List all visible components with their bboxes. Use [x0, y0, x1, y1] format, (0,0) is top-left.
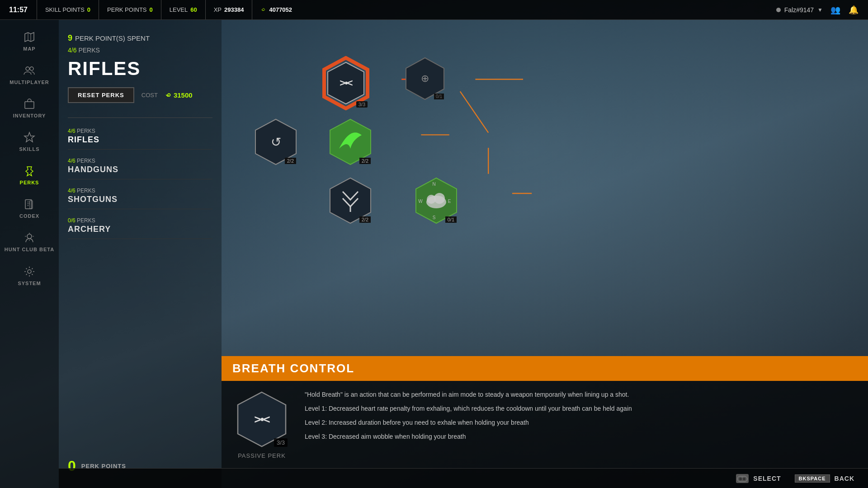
handguns-perks-count: 4/6 PERKS: [68, 158, 212, 164]
sub-cat-handguns[interactable]: 4/6 PERKS HANDGUNS: [68, 153, 212, 179]
info-level3: Level 3: Decreased aim wobble when holdi…: [305, 432, 857, 441]
inventory-icon: [23, 98, 36, 110]
info-body: >•< 3/3 PASSIVE PERK "Hold Breath" is an…: [222, 381, 868, 468]
perks-label: PERKS: [20, 180, 39, 185]
svg-rect-5: [30, 201, 33, 209]
sidebar-item-codex[interactable]: CODEX: [0, 192, 59, 225]
sidebar-item-inventory[interactable]: INVENTORY: [0, 91, 59, 125]
online-status-icon: [776, 8, 781, 12]
info-icon-wrap: >•< 3/3 PASSIVE PERK: [232, 390, 291, 459]
svg-point-6: [27, 234, 32, 239]
info-panel: BREATH CONTROL >•< 3/3 PASSIVE PERK "Hol…: [222, 356, 868, 468]
sidebar-item-hunt-club-beta[interactable]: HUNT CLUB BETA: [0, 225, 59, 259]
sub-cat-shotguns[interactable]: 4/6 PERKS SHOTGUNS: [68, 183, 212, 209]
steadying-badge: 2/2: [359, 216, 371, 223]
sub-cat-archery[interactable]: 0/6 PERKS ARCHERY: [68, 213, 212, 239]
multiplayer-icon: [23, 64, 36, 77]
perk-points-spent-row: 9 PERK POINT(S) SPENT: [68, 33, 212, 43]
perk-points-val: 0: [150, 6, 153, 13]
cost-icon: ꩜: [165, 91, 172, 99]
select-action: SELECT: [736, 474, 781, 483]
sidebar-item-system[interactable]: SYSTEM: [0, 259, 59, 292]
perks-label: PERKS: [78, 47, 99, 54]
node-weather[interactable]: N S W E 0/1: [411, 176, 461, 225]
right-panel: >•< 3/3 ⊕ 0/1: [222, 20, 868, 488]
codex-icon: [23, 198, 36, 211]
reload-badge: 2/2: [285, 158, 296, 164]
sidebar-item-perks[interactable]: PERKS: [0, 158, 59, 192]
sub-cat-rifles[interactable]: 4/6 PERKS RIFLES: [68, 123, 212, 150]
archery-perks-count: 0/6 PERKS: [68, 217, 212, 224]
cost-label: COST: [142, 92, 158, 99]
perk-points-label: PERK POINTS: [107, 6, 146, 13]
handguns-name: HANDGUNS: [68, 165, 212, 174]
svg-text:E: E: [448, 199, 451, 204]
xp-label: XP: [214, 6, 222, 13]
info-hex: >•< 3/3: [232, 390, 291, 449]
sidebar-item-multiplayer[interactable]: MULTIPLAYER: [0, 58, 59, 91]
info-title: BREATH CONTROL: [232, 361, 857, 375]
svg-point-29: [434, 193, 445, 204]
svg-text:W: W: [418, 199, 423, 204]
skills-label: SKILLS: [19, 146, 39, 152]
hunt-club-icon: [23, 231, 36, 244]
node-steadying[interactable]: 2/2: [326, 176, 375, 225]
perks-icon: [23, 164, 36, 177]
username: Falz#9147: [784, 6, 814, 14]
archery-name: ARCHERY: [68, 225, 212, 234]
svg-line-11: [460, 91, 488, 132]
cost-amount: 31500: [174, 91, 193, 99]
info-level2: Level 2: Increased duration before you n…: [305, 418, 857, 427]
skill-points-label: SKILL POINTS: [45, 6, 85, 13]
category-title: RIFLES: [68, 59, 212, 78]
cost-val: ꩜ 31500: [165, 91, 193, 99]
info-text: "Hold Breath" is an action that can be p…: [305, 390, 857, 441]
svg-marker-3: [24, 132, 34, 142]
node-reload[interactable]: ↺ 2/2: [251, 117, 301, 167]
svg-point-32: [739, 478, 742, 480]
back-action: BKSPACE BACK: [795, 474, 854, 483]
codex-label: CODEX: [19, 213, 39, 219]
select-label: SELECT: [753, 475, 781, 482]
multiplayer-label: MULTIPLAYER: [9, 80, 49, 85]
user-profile[interactable]: Falz#9147 ▼: [776, 6, 823, 14]
notifications-icon[interactable]: 🔔: [848, 5, 859, 15]
svg-text:N: N: [432, 182, 435, 187]
left-panel: 9 PERK POINT(S) SPENT 4/6 PERKS RIFLES R…: [59, 20, 222, 488]
main-content: 9 PERK POINT(S) SPENT 4/6 PERKS RIFLES R…: [59, 20, 868, 488]
friends-icon[interactable]: 👥: [830, 5, 841, 15]
svg-rect-4: [25, 200, 32, 209]
sidebar-item-map[interactable]: MAP: [0, 24, 59, 58]
info-description: "Hold Breath" is an action that can be p…: [305, 390, 857, 399]
node-breath-control[interactable]: >•< 3/3: [319, 56, 373, 110]
currency-icon: ꩜: [260, 6, 266, 13]
perk-points-spent-label: PERK POINT(S) SPENT: [75, 34, 150, 42]
reset-perks-button[interactable]: RESET PERKS: [68, 87, 134, 103]
info-title-bar: BREATH CONTROL: [222, 356, 868, 381]
svg-point-7: [28, 270, 31, 273]
node-scope[interactable]: ⊕ 0/1: [402, 56, 448, 101]
sidebar-item-skills[interactable]: SKILLS: [0, 125, 59, 158]
inventory-label: INVENTORY: [13, 113, 46, 118]
back-label: BACK: [835, 475, 854, 482]
svg-rect-2: [25, 102, 34, 108]
shotguns-perks-count: 4/6 PERKS: [68, 188, 212, 194]
wind-badge: 2/2: [359, 158, 371, 164]
perk-points-stat: PERK POINTS 0: [99, 0, 161, 19]
skill-points-val: 0: [87, 6, 90, 13]
svg-rect-34: [741, 477, 743, 478]
scope-icon: ⊕: [421, 73, 429, 84]
connector-lines: [222, 20, 868, 237]
back-key: BKSPACE: [795, 474, 830, 483]
svg-text:S: S: [433, 215, 436, 220]
topbar-right: Falz#9147 ▼ 👥 🔔: [776, 5, 868, 15]
node-wind[interactable]: 2/2: [326, 117, 375, 167]
map-label: MAP: [23, 46, 35, 52]
reset-btn-row: RESET PERKS COST ꩜ 31500: [68, 87, 212, 103]
hunt-club-beta-label: HUNT CLUB BETA: [5, 247, 54, 253]
reload-icon: ↺: [271, 135, 281, 150]
passive-perk-label: PASSIVE PERK: [238, 452, 286, 459]
svg-point-0: [26, 67, 29, 70]
rifles-name: RIFLES: [68, 135, 212, 145]
sidebar: MAP MULTIPLAYER INVENTORY SKILLS: [0, 20, 59, 488]
